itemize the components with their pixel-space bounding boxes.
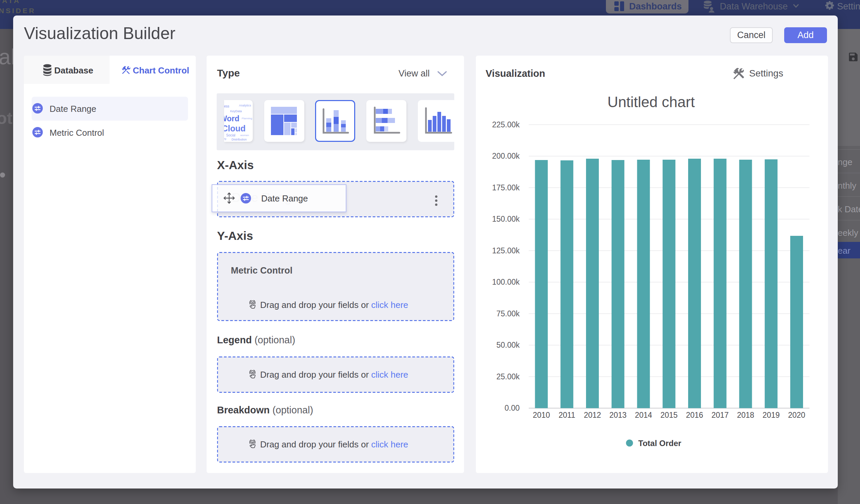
svg-text:2015: 2015 [660,411,678,419]
svg-text:150.00k: 150.00k [492,215,520,224]
svg-text:75.00k: 75.00k [497,309,520,318]
svg-text:0.00: 0.00 [504,404,520,412]
svg-text:2012: 2012 [584,411,601,419]
svg-text:225.00k: 225.00k [492,120,520,129]
svg-text:2010: 2010 [533,411,550,419]
svg-text:2020: 2020 [788,411,805,419]
svg-text:25.00k: 25.00k [497,372,520,381]
svg-text:50.00k: 50.00k [497,341,520,349]
svg-text:2011: 2011 [559,411,575,419]
svg-text:100.00k: 100.00k [492,278,520,286]
svg-text:2013: 2013 [609,411,627,419]
svg-text:200.00k: 200.00k [492,152,520,160]
svg-text:175.00k: 175.00k [492,183,520,192]
svg-text:2017: 2017 [712,411,729,419]
svg-text:2014: 2014 [635,411,652,419]
svg-text:2018: 2018 [737,411,754,419]
svg-text:125.00k: 125.00k [492,246,520,255]
svg-text:Total Order: Total Order [638,438,682,448]
svg-text:2019: 2019 [763,411,780,419]
svg-text:2016: 2016 [686,411,703,419]
svg-text:Untitled chart: Untitled chart [607,93,694,110]
